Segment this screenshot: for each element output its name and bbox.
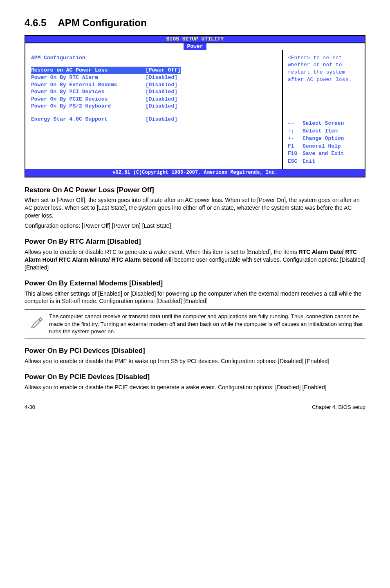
bios-row-value: [Disabled] <box>146 103 177 110</box>
bios-footer: v02.61 (C)Copyright 1985-2007, American … <box>25 169 365 176</box>
note-callout: The computer cannot receive or transmit … <box>25 309 365 339</box>
bios-row-ps2-keyboard[interactable]: Power On By PS/2 Keyboard [Disabled] <box>31 103 276 110</box>
bios-help-row: ESCExit <box>288 158 360 165</box>
section-title: APM Configuration <box>58 17 146 28</box>
bios-row-value: [Disabled] <box>146 96 177 103</box>
bios-hint-line: whether or not to <box>288 61 360 69</box>
page-number: 4-30 <box>25 404 35 411</box>
bios-row-label: Power On By PS/2 Keyboard <box>31 103 146 110</box>
bios-hint-line: restart the system <box>288 69 360 76</box>
bios-row-value: [Disabled] <box>146 74 177 81</box>
paragraph: Configuration options: [Power Off] [Powe… <box>25 222 365 230</box>
bios-hint-line: after AC power loss. <box>288 76 360 83</box>
bios-help-row: ←→Select Screen <box>288 120 360 127</box>
bios-row-restore-ac[interactable]: Restore on AC Power Loss [Power Off] <box>31 67 276 74</box>
bios-help-text: Save and Exit <box>303 150 344 157</box>
note-text: The computer cannot receive or transmit … <box>49 313 365 335</box>
bios-header: BIOS SETUP UTILITY <box>25 36 365 43</box>
chapter-label: Chapter 4: BIOS setup <box>312 404 365 411</box>
section-number: 4.6.5 <box>25 16 46 29</box>
bios-left-pane: APM Configuration Restore on AC Power Lo… <box>25 50 283 169</box>
bios-help-text: Select Item <box>303 128 338 135</box>
bios-right-pane: <Enter> to select whether or not to rest… <box>283 50 365 169</box>
subheading-restore-ac: Restore On AC Power Loss [Power Off] <box>25 186 365 195</box>
bios-row-label: Power On By PCI Devices <box>31 88 146 96</box>
bios-row-label: Power On By RTC Alarm <box>31 74 146 81</box>
bios-row-energy-star[interactable]: Energy Star 4.0C Support [Disabled] <box>31 116 276 123</box>
bios-row-label: Power On By External Modems <box>31 81 146 89</box>
subheading-pcie-devices: Power On By PCIE Devices [Disabled] <box>25 373 365 382</box>
bios-row-label: Power On By PCIE Devices <box>31 96 146 103</box>
bios-help-key: F10 <box>288 150 303 157</box>
pencil-icon <box>25 313 49 335</box>
paragraph: Allows you to enable or disable RTC to g… <box>25 248 365 272</box>
bios-help-block: ←→Select Screen ↑↓Select Item +-Change O… <box>288 120 360 165</box>
page-footer: 4-30 Chapter 4: BIOS setup <box>25 404 365 411</box>
bios-help-text: Exit <box>303 158 315 165</box>
bios-hint: <Enter> to select whether or not to rest… <box>288 54 360 83</box>
bios-help-text: General Help <box>303 143 341 150</box>
bios-row-value: [Disabled] <box>146 88 177 96</box>
paragraph: This allows either settings of [Enabled]… <box>25 290 365 305</box>
subheading-external-modems: Power On By External Modems [Disabled] <box>25 279 365 288</box>
bios-row-value: [Disabled] <box>146 81 177 89</box>
bios-row-rtc-alarm[interactable]: Power On By RTC Alarm [Disabled] <box>31 74 276 81</box>
subheading-pci-devices: Power On By PCI Devices [Disabled] <box>25 346 365 356</box>
bios-tab-power[interactable]: Power <box>184 43 206 50</box>
bios-tab-bar: Power <box>25 43 365 50</box>
bios-row-pci-devices[interactable]: Power On By PCI Devices [Disabled] <box>31 88 276 96</box>
bios-row-external-modems[interactable]: Power On By External Modems [Disabled] <box>31 81 276 89</box>
paragraph: Allows you to enable or disable the PME … <box>25 357 365 365</box>
bios-row-value: [Disabled] <box>146 116 177 123</box>
bios-hint-line: <Enter> to select <box>288 54 360 62</box>
bios-separator <box>31 64 276 64</box>
arrow-lr-icon: ←→ <box>288 120 303 127</box>
paragraph: Allows you to enable or disable the PCIE… <box>25 384 365 391</box>
paragraph: When set to [Power Off], the system goes… <box>25 196 365 220</box>
bios-window: BIOS SETUP UTILITY Power APM Configurati… <box>25 35 365 177</box>
bios-row-label: Energy Star 4.0C Support <box>31 116 146 123</box>
bios-panel-title: APM Configuration <box>31 54 276 62</box>
subheading-rtc-alarm: Power On By RTC Alarm [Disabled] <box>25 237 365 247</box>
plus-minus-icon: +- <box>288 135 303 142</box>
bios-row-pcie-devices[interactable]: Power On By PCIE Devices [Disabled] <box>31 96 276 103</box>
bios-help-key: ESC <box>288 158 303 165</box>
bios-help-row: F10Save and Exit <box>288 150 360 157</box>
bios-help-row: ↑↓Select Item <box>288 128 360 135</box>
bios-help-row: +-Change Option <box>288 135 360 142</box>
section-heading: 4.6.5APM Configuration <box>25 16 365 29</box>
bios-help-text: Select Screen <box>303 120 344 127</box>
bios-help-key: F1 <box>288 143 303 150</box>
bios-help-row: F1General Help <box>288 143 360 150</box>
bios-help-text: Change Option <box>303 135 344 142</box>
arrow-ud-icon: ↑↓ <box>288 128 303 135</box>
bios-row-value: [Power Off] <box>146 67 181 74</box>
bios-row-label: Restore on AC Power Loss <box>31 67 146 74</box>
